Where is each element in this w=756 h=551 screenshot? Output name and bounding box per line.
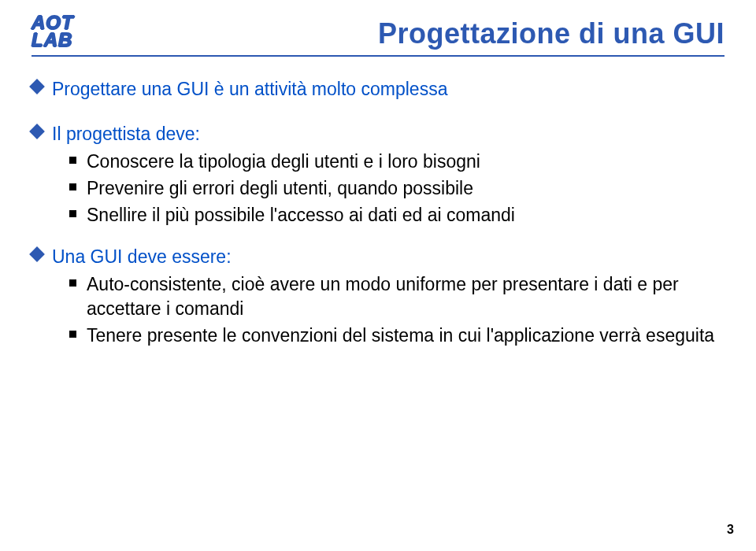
square-icon <box>69 150 87 164</box>
diamond-icon <box>32 245 52 260</box>
sub-text: Auto-consistente, cioè avere un modo uni… <box>87 272 724 321</box>
sub-text: Tenere presente le convenzioni del siste… <box>87 324 724 348</box>
main-text: Una GUI deve essere: <box>52 245 724 269</box>
sub-text: Snellire il più possibile l'accesso ai d… <box>87 203 724 227</box>
slide-page: AOT LAB Progettazione di una GUI Progett… <box>0 0 756 551</box>
bullet-main: Progettare una GUI è un attività molto c… <box>32 77 724 102</box>
main-text: Progettare una GUI è un attività molto c… <box>52 77 724 102</box>
lab-logo: AOT LAB <box>32 14 74 48</box>
slide-content: Progettare una GUI è un attività molto c… <box>32 77 724 348</box>
square-icon <box>69 324 87 338</box>
page-number: 3 <box>727 523 734 537</box>
main-text: Il progettista deve: <box>52 122 724 146</box>
bullet-sub: Auto-consistente, cioè avere un modo uni… <box>69 272 724 321</box>
diamond-icon <box>32 77 52 92</box>
logo-line-lab: LAB <box>32 31 74 49</box>
sub-list: Auto-consistente, cioè avere un modo uni… <box>69 272 724 348</box>
bullet-sub: Snellire il più possibile l'accesso ai d… <box>69 203 724 227</box>
sub-text: Prevenire gli errori degli utenti, quand… <box>87 176 724 201</box>
bullet-main: Una GUI deve essere: <box>32 245 724 269</box>
square-icon <box>69 176 87 190</box>
bullet-sub: Conoscere la tipologia degli utenti e i … <box>69 150 724 174</box>
slide-header: AOT LAB Progettazione di una GUI <box>32 14 724 50</box>
header-divider <box>32 55 724 57</box>
sub-list: Conoscere la tipologia degli utenti e i … <box>69 150 724 227</box>
sub-text: Conoscere la tipologia degli utenti e i … <box>87 150 724 174</box>
square-icon <box>69 203 87 217</box>
bullet-main: Il progettista deve: <box>32 122 724 146</box>
diamond-icon <box>32 122 52 137</box>
square-icon <box>69 272 87 287</box>
page-title: Progettazione di una GUI <box>378 17 724 50</box>
bullet-sub: Tenere presente le convenzioni del siste… <box>69 324 724 348</box>
bullet-sub: Prevenire gli errori degli utenti, quand… <box>69 176 724 201</box>
